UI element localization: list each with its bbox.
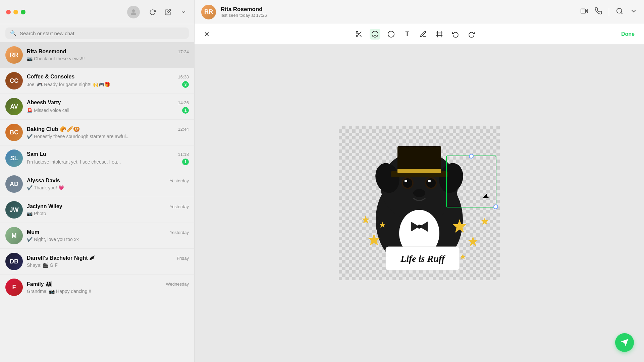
chat-name: Coffee & Consoles	[27, 74, 74, 80]
selection-handle-top[interactable]	[469, 154, 474, 159]
left-titlebar	[0, 0, 194, 24]
chat-preview: 📷 Photo	[27, 211, 189, 216]
close-icon[interactable]: ✕	[201, 29, 212, 40]
close-button[interactable]	[6, 10, 11, 14]
search-icon[interactable]	[616, 7, 623, 16]
chat-item[interactable]: JW Jaclynn Wiley Yesterday 📷 Photo	[0, 197, 194, 223]
minimize-button[interactable]	[13, 10, 18, 14]
chat-message-preview: 📷 Check out these views!!!	[27, 56, 189, 61]
svg-point-3	[617, 8, 622, 13]
profile-avatar[interactable]	[127, 6, 140, 18]
chat-header: Sam Lu 11:18	[27, 151, 189, 157]
chat-info: Darrell's Bachelor Night 🌶 Friday Shaya:…	[27, 255, 189, 268]
chat-info: Mum Yesterday ✔️ Night, love you too xx	[27, 229, 189, 242]
compose-icon[interactable]	[163, 7, 173, 17]
editor-canvas: Life is Ruff	[195, 44, 644, 362]
svg-line-9	[358, 33, 359, 34]
redo-tool[interactable]	[466, 29, 477, 40]
chat-info: Coffee & Consoles 16:38 Joe: 🎮 Ready for…	[27, 74, 189, 88]
chat-info: Rita Rosemond 17:24 📷 Check out these vi…	[27, 49, 189, 61]
chat-info: Sam Lu 11:18 I'm lactose intolerant yet,…	[27, 151, 189, 165]
chat-info: Baking Club 🥐🥖🥨 12:44 ✔️ Honestly these …	[27, 126, 189, 139]
chat-header: Abeesh Varty 14:26	[27, 100, 189, 106]
chat-time: 16:38	[178, 74, 189, 79]
svg-point-13	[388, 31, 394, 37]
video-call-icon[interactable]	[581, 7, 588, 16]
done-button[interactable]: Done	[619, 30, 637, 39]
chat-time: Yesterday	[170, 204, 189, 209]
chat-message-preview: I'm lactose intolerant yet, I see cheese…	[27, 159, 179, 165]
selection-box[interactable]	[446, 156, 496, 207]
chat-avatar: M	[5, 227, 23, 244]
chat-avatar: F	[5, 279, 23, 296]
emoji-tool[interactable]	[370, 29, 380, 40]
toolbar-right: Done	[619, 30, 637, 39]
chat-avatar: RR	[5, 46, 23, 64]
svg-point-0	[132, 9, 135, 12]
selection-handle-bottomright[interactable]	[493, 204, 498, 209]
search-input-wrap[interactable]: 🔍	[5, 27, 189, 39]
canvas-container[interactable]: Life is Ruff	[339, 126, 500, 280]
chat-item[interactable]: SL Sam Lu 11:18 I'm lactose intolerant y…	[0, 145, 194, 171]
chat-header: Darrell's Bachelor Night 🌶 Friday	[27, 255, 189, 261]
toolbar-left: ✕	[201, 29, 212, 40]
chat-time: Wednesday	[166, 282, 189, 287]
chat-item[interactable]: RR Rita Rosemond 17:24 📷 Check out these…	[0, 42, 194, 68]
chat-item[interactable]: AD Alyssa Davis Yesterday ✔️ Thank you! …	[0, 171, 194, 197]
right-titlebar: RR Rita Rosemond last seen today at 17:2…	[195, 0, 644, 24]
svg-point-25	[428, 180, 431, 182]
send-button[interactable]	[615, 333, 634, 352]
chat-message-preview: Joe: 🎮 Ready for game night!! 🙌🎮🎁	[27, 82, 179, 87]
chat-avatar: BC	[5, 124, 23, 141]
chat-item[interactable]: CC Coffee & Consoles 16:38 Joe: 🎮 Ready …	[0, 68, 194, 94]
chat-info: Jaclynn Wiley Yesterday 📷 Photo	[27, 203, 189, 216]
chat-preview: ✔️ Thank you! 💗	[27, 185, 189, 190]
chat-message-preview: Grandma: 📷 Happy dancing!!!	[27, 289, 189, 294]
chat-time: Yesterday	[170, 178, 189, 183]
chat-item[interactable]: M Mum Yesterday ✔️ Night, love you too x…	[0, 223, 194, 249]
chat-name: Darrell's Bachelor Night 🌶	[27, 255, 95, 261]
contact-text: Rita Rosemond last seen today at 17:26	[221, 6, 267, 18]
chat-message-preview: ✔️ Honestly these sourdough starters are…	[27, 134, 189, 139]
more-options-icon[interactable]	[630, 7, 637, 16]
svg-rect-31	[397, 169, 441, 173]
chat-avatar: AV	[5, 98, 23, 115]
traffic-lights	[6, 10, 25, 14]
chat-time: 17:24	[178, 49, 189, 54]
scissor-tool[interactable]	[354, 29, 364, 40]
maximize-button[interactable]	[21, 10, 25, 14]
chat-name: Baking Club 🥐🥖🥨	[27, 126, 80, 132]
chat-item[interactable]: AV Abeesh Varty 14:26 🚨 Missed voice cal…	[0, 94, 194, 120]
chat-info: Abeesh Varty 14:26 🚨 Missed voice call 1	[27, 100, 189, 114]
refresh-icon[interactable]	[148, 7, 157, 17]
svg-text:Life is Ruff: Life is Ruff	[400, 253, 445, 264]
svg-point-24	[405, 180, 407, 182]
svg-rect-2	[581, 9, 586, 13]
chat-preview: Grandma: 📷 Happy dancing!!!	[27, 289, 189, 294]
chat-name: Mum	[27, 229, 39, 235]
svg-marker-40	[460, 254, 466, 259]
chevron-down-icon[interactable]	[179, 7, 188, 17]
search-input[interactable]	[20, 31, 184, 36]
contact-name: Rita Rosemond	[221, 6, 267, 13]
chat-time: Friday	[177, 256, 189, 261]
chat-preview: I'm lactose intolerant yet, I see cheese…	[27, 159, 189, 165]
phone-call-icon[interactable]	[595, 7, 602, 16]
text-tool[interactable]: T	[402, 29, 413, 40]
chat-preview: 🚨 Missed voice call 1	[27, 107, 189, 114]
svg-marker-35	[468, 236, 478, 246]
undo-tool[interactable]	[450, 29, 461, 40]
chat-item[interactable]: BC Baking Club 🥐🥖🥨 12:44 ✔️ Honestly the…	[0, 120, 194, 145]
chat-name: Alyssa Davis	[27, 178, 60, 184]
chat-header: Family 👨‍👩‍👧 Wednesday	[27, 281, 189, 287]
pen-tool[interactable]	[418, 29, 429, 40]
chat-item[interactable]: DB Darrell's Bachelor Night 🌶 Friday Sha…	[0, 249, 194, 275]
chat-item[interactable]: F Family 👨‍👩‍👧 Wednesday Grandma: 📷 Happ…	[0, 275, 194, 300]
chat-message-preview: ✔️ Night, love you too xx	[27, 237, 189, 242]
toolbar-center: T	[219, 29, 612, 40]
chat-message-preview: 📷 Photo	[27, 211, 189, 216]
svg-marker-38	[362, 216, 370, 223]
chat-info: Family 👨‍👩‍👧 Wednesday Grandma: 📷 Happy …	[27, 281, 189, 294]
crop-tool[interactable]	[434, 29, 445, 40]
shape-tool[interactable]	[386, 29, 396, 40]
